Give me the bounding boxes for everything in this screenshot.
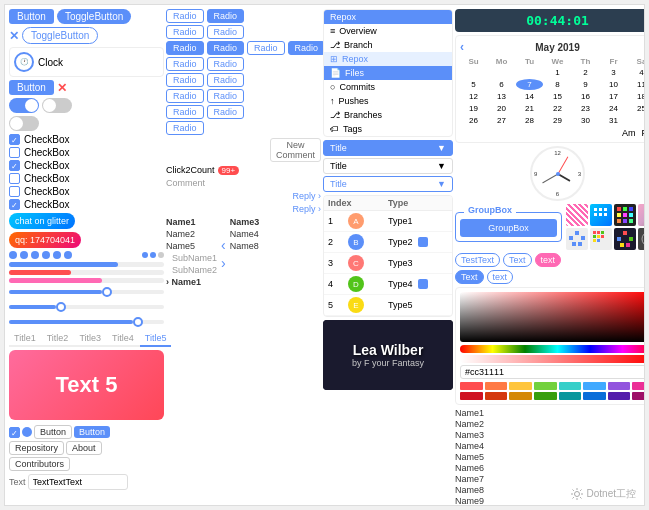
cal-d-29[interactable]: 29 bbox=[544, 115, 571, 126]
cal-d-26[interactable]: 26 bbox=[460, 115, 487, 126]
slider-1[interactable] bbox=[9, 286, 164, 298]
button-blue[interactable]: Button bbox=[9, 80, 54, 95]
page-dot-1[interactable] bbox=[142, 252, 148, 258]
radio-3-2[interactable]: Radio bbox=[207, 41, 245, 55]
swatch-dark-blue[interactable] bbox=[583, 392, 606, 400]
cal-d-empty2[interactable] bbox=[488, 67, 515, 78]
cb-2[interactable] bbox=[9, 147, 20, 158]
tree-item-files[interactable]: 📄 Files bbox=[324, 66, 452, 80]
swatch-red[interactable] bbox=[460, 382, 483, 390]
tag-text-filled[interactable]: text bbox=[535, 253, 562, 267]
swatch-yellow[interactable] bbox=[509, 382, 532, 390]
tree-item-branches[interactable]: ⎇ Branches bbox=[324, 108, 452, 122]
cal-d-3[interactable]: 3 bbox=[600, 67, 627, 78]
swatch-dark-red[interactable] bbox=[460, 392, 483, 400]
cal-d-28[interactable]: 28 bbox=[516, 115, 543, 126]
title-dropdown-3[interactable]: Title ▼ bbox=[323, 176, 453, 192]
carousel-text5[interactable]: Text 5 bbox=[9, 350, 164, 420]
bottom-btn-2[interactable]: Button bbox=[74, 426, 110, 438]
cal-d-18[interactable]: 18 bbox=[628, 91, 645, 102]
cal-d-10[interactable]: 10 bbox=[600, 79, 627, 90]
cal-d-4[interactable]: 4 bbox=[628, 67, 645, 78]
cb-4[interactable] bbox=[9, 173, 20, 184]
hue-slider[interactable] bbox=[460, 345, 645, 353]
table-row-1[interactable]: 1 A Type1 bbox=[324, 211, 452, 232]
radio-5-1[interactable]: Radio bbox=[166, 73, 204, 87]
hex-input[interactable] bbox=[460, 365, 645, 379]
tab-1[interactable]: Title1 bbox=[9, 331, 41, 345]
swatch-dark-cyan[interactable] bbox=[559, 392, 582, 400]
bottom-cb[interactable] bbox=[9, 427, 20, 438]
dot-4[interactable] bbox=[42, 251, 50, 259]
cal-d-5[interactable]: 5 bbox=[460, 79, 487, 90]
cal-d-24[interactable]: 24 bbox=[600, 103, 627, 114]
radio-6-1[interactable]: Radio bbox=[166, 89, 204, 103]
title-dropdown-1[interactable]: Title ▼ bbox=[323, 140, 453, 156]
tree-item-commits[interactable]: ○ Commits bbox=[324, 80, 452, 94]
arrow-right[interactable]: › bbox=[221, 255, 226, 271]
checkbox-3[interactable]: CheckBox bbox=[9, 160, 164, 171]
reply-link-2[interactable]: Reply › bbox=[292, 204, 321, 214]
cal-d-1[interactable]: 1 bbox=[544, 67, 571, 78]
name-8[interactable]: Name8 bbox=[230, 241, 260, 251]
cal-d-23[interactable]: 23 bbox=[572, 103, 599, 114]
tag-text-blue[interactable]: Text bbox=[455, 270, 484, 284]
cal-d-11[interactable]: 11 bbox=[628, 79, 645, 90]
radio-4-2[interactable]: Radio bbox=[207, 57, 245, 71]
swatch-blue[interactable] bbox=[583, 382, 606, 390]
cal-d-27[interactable]: 27 bbox=[488, 115, 515, 126]
radio-7-1[interactable]: Radio bbox=[166, 105, 204, 119]
cal-d-31[interactable]: 31 bbox=[600, 115, 627, 126]
bottom-btn-1[interactable]: Button bbox=[34, 425, 72, 439]
checkbox-2[interactable]: CheckBox bbox=[9, 147, 164, 158]
new-comment-btn[interactable]: NewComment bbox=[270, 138, 321, 162]
bottom-btn-repo[interactable]: Repository bbox=[9, 441, 64, 455]
checkbox-1[interactable]: CheckBox bbox=[9, 134, 164, 145]
cal-d-21[interactable]: 21 bbox=[516, 103, 543, 114]
radio-1-1[interactable]: Radio bbox=[166, 9, 204, 23]
swatch-dark-yellow[interactable] bbox=[509, 392, 532, 400]
radio-3-1[interactable]: Radio bbox=[166, 41, 204, 55]
radio-2-2[interactable]: Radio bbox=[207, 25, 245, 39]
bottom-btn-contrib[interactable]: Contributors bbox=[9, 457, 70, 471]
cal-d-15[interactable]: 15 bbox=[544, 91, 571, 102]
page-dot-2[interactable] bbox=[150, 252, 156, 258]
radio-4-1[interactable]: Radio bbox=[166, 57, 204, 71]
cal-d-20[interactable]: 20 bbox=[488, 103, 515, 114]
dot-3[interactable] bbox=[31, 251, 39, 259]
reply-link-1[interactable]: Reply › bbox=[292, 191, 321, 201]
radio-5-2[interactable]: Radio bbox=[207, 73, 245, 87]
tree-item-pushes[interactable]: ↑ Pushes bbox=[324, 94, 452, 108]
cal-prev[interactable]: ‹ bbox=[460, 40, 464, 54]
cal-d-empty4[interactable] bbox=[628, 115, 645, 126]
swatch-dark-purple[interactable] bbox=[608, 392, 631, 400]
swatch-purple[interactable] bbox=[608, 382, 631, 390]
checkbox-5[interactable]: CheckBox bbox=[9, 186, 164, 197]
swatch-orange[interactable] bbox=[485, 382, 508, 390]
cal-d-7[interactable]: 7 bbox=[516, 79, 543, 90]
toggle-button-2[interactable]: ToggleButton bbox=[22, 27, 98, 44]
radio-8-1[interactable]: Radio bbox=[166, 121, 204, 135]
swatch-dark-pink[interactable] bbox=[632, 392, 645, 400]
cal-d-30[interactable]: 30 bbox=[572, 115, 599, 126]
subname-2[interactable]: SubName2 bbox=[166, 265, 217, 275]
checkbox-4[interactable]: CheckBox bbox=[9, 173, 164, 184]
swatch-pink[interactable] bbox=[632, 382, 645, 390]
radio-6-2[interactable]: Radio bbox=[207, 89, 245, 103]
cal-d-16[interactable]: 16 bbox=[572, 91, 599, 102]
cal-d-12[interactable]: 12 bbox=[460, 91, 487, 102]
bottom-text-input[interactable] bbox=[28, 474, 128, 490]
cal-d-14[interactable]: 14 bbox=[516, 91, 543, 102]
dot-5[interactable] bbox=[53, 251, 61, 259]
page-dot-3[interactable] bbox=[158, 252, 164, 258]
radio-7-2[interactable]: Radio bbox=[207, 105, 245, 119]
toggle-switch-off[interactable] bbox=[42, 98, 72, 113]
tag-text[interactable]: Text bbox=[503, 253, 532, 267]
table-row-2[interactable]: 2 B Type2 bbox=[324, 232, 452, 253]
swatch-green[interactable] bbox=[534, 382, 557, 390]
table-row-3[interactable]: 3 C Type3 bbox=[324, 253, 452, 274]
toggle-button-1[interactable]: ToggleButton bbox=[57, 9, 131, 24]
radio-2-1[interactable]: Radio bbox=[166, 25, 204, 39]
swatch-dark-green[interactable] bbox=[534, 392, 557, 400]
name-4[interactable]: Name4 bbox=[230, 229, 260, 239]
